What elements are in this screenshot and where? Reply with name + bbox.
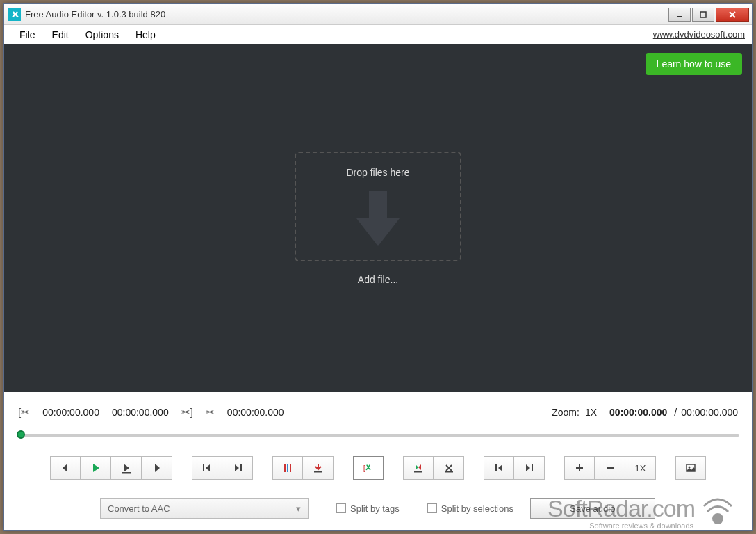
play-button[interactable] (81, 456, 111, 480)
learn-how-button[interactable]: Learn how to use (646, 53, 742, 75)
cursor-scissors-icon: ✂ (206, 406, 215, 419)
slider-thumb[interactable] (17, 430, 25, 439)
split-marker-button[interactable] (403, 456, 434, 480)
svg-rect-6 (287, 464, 288, 472)
go-start-button[interactable] (484, 456, 514, 480)
svg-rect-1 (700, 12, 706, 17)
svg-rect-13 (532, 464, 533, 471)
convert-dropdown[interactable]: Convert to AAC (100, 498, 309, 519)
time-separator: / (674, 407, 677, 418)
time-row: [✂ 00:00:00.000 00:00:00.000 ✂] ✂ 00:00:… (17, 396, 739, 426)
zoom-out-button[interactable] (595, 456, 625, 480)
sel-end-time: 00:00:00.000 (112, 407, 169, 418)
save-audio-button[interactable]: Save audio (530, 498, 655, 519)
menu-edit[interactable]: Edit (44, 26, 77, 43)
svg-rect-0 (677, 16, 682, 17)
window-controls (668, 8, 749, 22)
minimize-button[interactable] (668, 8, 691, 22)
cut-selection-button[interactable]: [ (353, 456, 384, 480)
current-time: 00:00:00.000 (609, 407, 667, 418)
add-file-link[interactable]: Add file... (358, 274, 398, 285)
checkbox-icon (427, 503, 437, 513)
menu-file[interactable]: File (11, 26, 44, 43)
position-slider[interactable] (17, 428, 739, 441)
svg-rect-10 (414, 471, 422, 473)
drop-zone[interactable]: Drop files here (295, 152, 461, 261)
titlebar: Free Audio Editor v. 1.0.3 build 820 (4, 4, 752, 25)
svg-rect-5 (284, 464, 286, 472)
svg-rect-7 (290, 464, 291, 472)
zoom-value: 1X (585, 407, 597, 418)
split-selections-checkbox[interactable]: Split by selections (427, 503, 513, 514)
next-button[interactable] (142, 456, 172, 480)
cursor-time: 00:00:00.000 (227, 407, 284, 418)
app-window: Free Audio Editor v. 1.0.3 build 820 Fil… (3, 3, 753, 531)
down-arrow-icon (354, 191, 402, 246)
play-selection-button[interactable] (111, 456, 142, 480)
svg-rect-8 (314, 471, 322, 473)
window-title: Free Audio Editor v. 1.0.3 build 820 (25, 9, 668, 19)
add-marker-button[interactable] (303, 456, 334, 480)
controls-area: [✂ 00:00:00.000 00:00:00.000 ✂] ✂ 00:00:… (4, 392, 752, 530)
sel-start-bracket-icon: [✂ (18, 406, 30, 419)
menu-help[interactable]: Help (127, 26, 164, 43)
skip-back-button[interactable] (192, 456, 222, 480)
checkbox-icon (336, 503, 346, 513)
svg-rect-11 (445, 471, 453, 473)
svg-text:[: [ (363, 464, 366, 472)
toolbar: [ 1X (17, 453, 739, 487)
total-time: 00:00:00.000 (681, 407, 738, 418)
set-markers-button[interactable] (272, 456, 303, 480)
drop-text: Drop files here (346, 167, 409, 178)
workspace: Learn how to use Drop files here Add fil… (4, 44, 752, 392)
zoom-in-button[interactable] (564, 456, 595, 480)
svg-rect-12 (495, 464, 497, 471)
sel-end-bracket-icon: ✂] (181, 406, 193, 419)
skip-forward-button[interactable] (222, 456, 253, 480)
svg-rect-4 (240, 464, 242, 471)
close-button[interactable] (716, 8, 749, 22)
zoom-reset-button[interactable]: 1X (625, 456, 656, 480)
delete-marker-button[interactable] (434, 456, 464, 480)
prev-button[interactable] (50, 456, 81, 480)
app-icon (8, 8, 21, 21)
image-button[interactable] (675, 456, 706, 480)
menu-options[interactable]: Options (77, 26, 127, 43)
go-end-button[interactable] (514, 456, 545, 480)
split-tags-checkbox[interactable]: Split by tags (336, 503, 400, 514)
convert-label: Convert to AAC (108, 503, 170, 514)
menubar: File Edit Options Help www.dvdvideosoft.… (4, 25, 752, 44)
sel-start-time: 00:00:00.000 (42, 407, 99, 418)
svg-rect-2 (122, 472, 131, 474)
zoom-label: Zoom: (552, 407, 580, 418)
svg-rect-3 (203, 464, 204, 471)
site-link[interactable]: www.dvdvideosoft.com (653, 29, 745, 40)
bottom-row: Convert to AAC Split by tags Split by se… (17, 487, 739, 520)
maximize-button[interactable] (692, 8, 714, 22)
